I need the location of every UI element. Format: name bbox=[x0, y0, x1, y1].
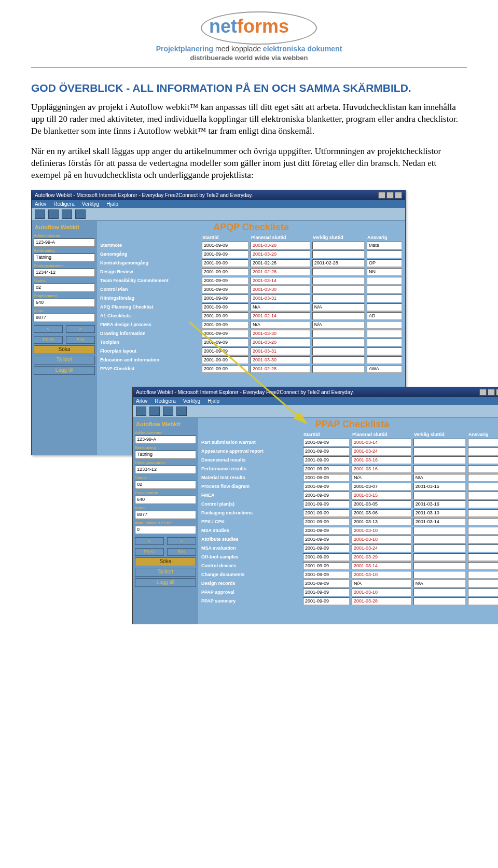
max-icon[interactable] bbox=[386, 192, 394, 199]
date-cell[interactable]: 2001-09-09 bbox=[303, 571, 350, 579]
date-cell[interactable] bbox=[312, 268, 365, 276]
activity-cell[interactable]: A1 Checklists bbox=[99, 312, 201, 320]
date-cell[interactable] bbox=[312, 356, 365, 364]
date-cell[interactable] bbox=[468, 518, 498, 526]
date-cell[interactable] bbox=[468, 465, 498, 473]
date-cell[interactable] bbox=[312, 286, 365, 293]
date-cell[interactable] bbox=[312, 339, 365, 346]
date-cell[interactable]: 2001-09-09 bbox=[202, 303, 248, 311]
date-cell[interactable] bbox=[413, 439, 466, 446]
date-cell[interactable]: 2001-03-10 bbox=[352, 571, 411, 579]
date-cell[interactable] bbox=[468, 536, 498, 543]
date-cell[interactable]: 2001-09-09 bbox=[303, 500, 350, 508]
date-cell[interactable]: 2001-09-09 bbox=[303, 465, 350, 473]
date-cell[interactable] bbox=[468, 500, 498, 508]
date-cell[interactable]: 2001-02-28 bbox=[312, 259, 365, 267]
date-cell[interactable] bbox=[468, 562, 498, 570]
close-icon[interactable] bbox=[496, 389, 498, 396]
date-cell[interactable]: 2001-03-29 bbox=[352, 553, 411, 561]
side-button[interactable]: Lägg till bbox=[135, 578, 196, 587]
date-cell[interactable]: 2001-09-09 bbox=[202, 321, 248, 329]
date-cell[interactable]: 2001-09-09 bbox=[202, 365, 248, 373]
activity-cell[interactable]: Ritningsförslag bbox=[99, 294, 201, 303]
tool-icon[interactable] bbox=[149, 407, 160, 416]
date-cell[interactable] bbox=[312, 330, 365, 338]
menu-item[interactable]: Hjälp bbox=[208, 398, 219, 404]
date-cell[interactable] bbox=[367, 295, 402, 302]
date-cell[interactable]: 2001-02-28 bbox=[251, 365, 310, 373]
date-cell[interactable]: 2001-03-05 bbox=[352, 500, 411, 508]
field-input[interactable]: 8877 bbox=[135, 511, 196, 519]
date-cell[interactable] bbox=[413, 527, 466, 535]
date-cell[interactable] bbox=[312, 365, 365, 373]
date-cell[interactable] bbox=[468, 544, 498, 552]
activity-cell[interactable]: PPAP Checklist bbox=[99, 365, 201, 373]
date-cell[interactable]: 2001-02-26 bbox=[251, 268, 310, 276]
menu-item[interactable]: Redigera bbox=[155, 398, 176, 404]
activity-cell[interactable]: Education and information bbox=[99, 356, 201, 365]
date-cell[interactable]: 2001-03-10 bbox=[352, 589, 411, 596]
field-input[interactable]: 02 bbox=[34, 284, 95, 292]
date-cell[interactable]: 2001-03-16 bbox=[413, 500, 466, 508]
date-cell[interactable]: NN bbox=[367, 268, 402, 276]
field-input[interactable]: Tätning bbox=[34, 254, 95, 262]
field-input[interactable]: 02 bbox=[135, 481, 196, 489]
field-input[interactable]: 12334-12 bbox=[135, 466, 196, 474]
date-cell[interactable]: 2001-03-10 bbox=[413, 509, 466, 517]
date-cell[interactable]: 2001-09-09 bbox=[303, 562, 350, 570]
date-cell[interactable]: AD bbox=[367, 312, 402, 320]
date-cell[interactable]: N/A bbox=[352, 580, 411, 587]
activity-cell[interactable]: Change documents bbox=[200, 570, 302, 579]
activity-cell[interactable]: Floorplan layout bbox=[99, 347, 201, 356]
activity-cell[interactable]: Control devices bbox=[200, 562, 302, 570]
tool-icon[interactable] bbox=[75, 209, 86, 219]
date-cell[interactable]: 2001-09-09 bbox=[202, 347, 248, 355]
date-cell[interactable]: 2001-02-28 bbox=[251, 259, 310, 267]
tool-icon[interactable] bbox=[163, 407, 173, 416]
nav-button[interactable]: > bbox=[167, 537, 196, 545]
menu-item[interactable]: Verktyg bbox=[183, 398, 200, 404]
activity-cell[interactable]: MSA evaluation bbox=[200, 544, 302, 553]
date-cell[interactable]: 2001-09-09 bbox=[303, 527, 350, 535]
activity-cell[interactable]: PPAP approval bbox=[200, 588, 302, 597]
date-cell[interactable] bbox=[413, 562, 466, 570]
date-cell[interactable]: 2001-09-09 bbox=[303, 580, 350, 587]
date-cell[interactable]: 2001-03-31 bbox=[251, 347, 310, 355]
date-cell[interactable]: N/A bbox=[312, 303, 365, 311]
date-cell[interactable]: OP bbox=[367, 259, 402, 267]
field-input[interactable]: 0 bbox=[135, 526, 196, 534]
activity-cell[interactable]: Genomgång bbox=[99, 250, 201, 259]
date-cell[interactable]: 2001-09-09 bbox=[202, 339, 248, 346]
tool-icon[interactable] bbox=[35, 209, 45, 219]
date-cell[interactable]: 2001-03-14 bbox=[413, 518, 466, 526]
date-cell[interactable] bbox=[468, 597, 498, 605]
date-cell[interactable] bbox=[413, 492, 466, 499]
date-cell[interactable] bbox=[468, 580, 498, 587]
max-icon[interactable] bbox=[488, 389, 495, 396]
activity-cell[interactable]: Appearance approval report bbox=[200, 447, 302, 456]
date-cell[interactable]: 2001-09-09 bbox=[303, 597, 350, 605]
date-cell[interactable]: 2001-09-09 bbox=[303, 553, 350, 561]
date-cell[interactable]: 2001-02-14 bbox=[251, 312, 310, 320]
date-cell[interactable] bbox=[367, 277, 402, 285]
field-input[interactable]: 123-99-A bbox=[34, 239, 95, 247]
date-cell[interactable] bbox=[312, 347, 365, 355]
date-cell[interactable]: 2001-03-20 bbox=[251, 339, 310, 346]
activity-cell[interactable]: Performance results bbox=[200, 465, 302, 473]
activity-cell[interactable]: Off-tool-samples bbox=[200, 553, 302, 562]
date-cell[interactable]: 2001-03-16 bbox=[352, 465, 411, 473]
date-cell[interactable]: 2001-03-07 bbox=[352, 483, 411, 491]
date-cell[interactable]: 2001-09-09 bbox=[303, 518, 350, 526]
date-cell[interactable]: 2001-09-09 bbox=[202, 356, 248, 364]
activity-cell[interactable]: Toolplan bbox=[99, 338, 201, 347]
date-cell[interactable] bbox=[367, 330, 402, 338]
date-cell[interactable] bbox=[468, 474, 498, 482]
side-button[interactable]: Söka bbox=[34, 345, 95, 354]
date-cell[interactable]: 2001-09-09 bbox=[202, 312, 248, 320]
activity-cell[interactable]: Control Plan bbox=[99, 285, 201, 294]
date-cell[interactable] bbox=[468, 571, 498, 579]
date-cell[interactable]: 2001-03-18 bbox=[352, 536, 411, 543]
date-cell[interactable]: 2001-09-09 bbox=[303, 544, 350, 552]
date-cell[interactable]: N/A bbox=[312, 321, 365, 329]
date-cell[interactable] bbox=[413, 571, 466, 579]
